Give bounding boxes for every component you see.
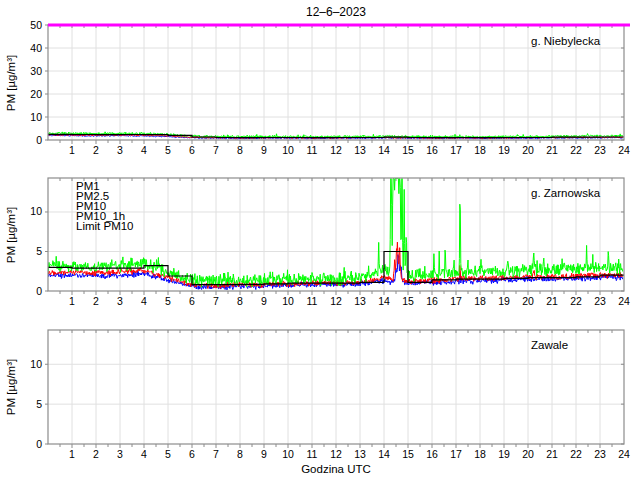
x-tick-label: 17 <box>450 295 462 307</box>
x-tick-label: 16 <box>426 144 438 156</box>
x-tick-label: 7 <box>213 448 219 460</box>
x-tick-label: 15 <box>402 144 414 156</box>
x-tick-labels: 123456789101112131415161718192021222324 <box>69 295 630 307</box>
x-tick-label: 11 <box>307 295 318 307</box>
x-tick-label: 3 <box>117 144 123 156</box>
x-tick-label: 18 <box>474 144 486 156</box>
y-tick-label: 10 <box>30 205 42 217</box>
x-tick-label: 4 <box>141 295 147 307</box>
y-axis-label-top: PM [µg/m³] <box>5 55 17 111</box>
y-tick-label: 0 <box>36 134 42 146</box>
x-tick-label: 14 <box>378 448 390 460</box>
station-label-niebylecka: g. Niebylecka <box>531 35 601 47</box>
x-tick-label: 10 <box>282 144 294 156</box>
x-tick-label: 5 <box>165 295 171 307</box>
x-tick-label: 3 <box>117 295 123 307</box>
y-tick-label: 10 <box>30 358 42 370</box>
x-tick-label: 3 <box>117 448 123 460</box>
x-tick-label: 2 <box>93 144 99 156</box>
figure-pm-timeseries: 12–6–2023 123456789101112131415161718192… <box>0 0 640 480</box>
x-tick-label: 20 <box>522 144 534 156</box>
x-tick-label: 8 <box>237 144 243 156</box>
legend-item-limit-pm10: Limit PM10 <box>76 220 134 232</box>
y-tick-label: 30 <box>30 65 42 77</box>
x-tick-label: 7 <box>213 295 219 307</box>
x-tick-label: 5 <box>165 448 171 460</box>
y-axis-label-middle: PM [µg/m³] <box>5 207 17 263</box>
x-tick-label: 20 <box>522 295 534 307</box>
x-tick-label: 10 <box>282 295 294 307</box>
x-tick-label: 14 <box>378 295 390 307</box>
x-tick-label: 22 <box>570 144 582 156</box>
x-tick-label: 11 <box>307 448 318 460</box>
x-tick-label: 19 <box>498 295 510 307</box>
x-tick-label: 1 <box>69 448 75 460</box>
x-tick-label: 9 <box>261 295 267 307</box>
x-tick-label: 11 <box>307 144 318 156</box>
chart-svg: 12–6–2023 123456789101112131415161718192… <box>0 0 640 480</box>
x-tick-label: 8 <box>237 295 243 307</box>
x-tick-label: 19 <box>498 144 510 156</box>
x-tick-label: 20 <box>522 448 534 460</box>
x-tick-label: 8 <box>237 448 243 460</box>
x-tick-label: 12 <box>330 448 342 460</box>
x-tick-label: 21 <box>546 448 558 460</box>
x-tick-label: 18 <box>474 295 486 307</box>
y-tick-label: 0 <box>36 285 42 297</box>
x-tick-label: 16 <box>426 448 438 460</box>
x-tick-label: 19 <box>498 448 510 460</box>
y-tick-label: 10 <box>30 111 42 123</box>
x-tick-label: 5 <box>165 144 171 156</box>
x-tick-label: 6 <box>189 448 195 460</box>
x-tick-label: 2 <box>93 295 99 307</box>
x-tick-label: 6 <box>189 295 195 307</box>
x-tick-label: 7 <box>213 144 219 156</box>
x-tick-label: 13 <box>354 144 366 156</box>
y-tick-label: 40 <box>30 42 42 54</box>
x-tick-label: 13 <box>354 448 366 460</box>
x-tick-label: 23 <box>594 295 606 307</box>
x-tick-label: 17 <box>450 144 462 156</box>
x-tick-label: 4 <box>141 144 147 156</box>
x-tick-label: 24 <box>618 448 630 460</box>
x-tick-labels: 123456789101112131415161718192021222324 <box>69 448 630 460</box>
x-axis-label: Godzina UTC <box>301 463 371 475</box>
station-label-zarnowska: g. Zarnowska <box>531 187 601 199</box>
x-tick-label: 6 <box>189 144 195 156</box>
chart-title: 12–6–2023 <box>306 5 366 19</box>
x-tick-label: 24 <box>618 295 630 307</box>
y-tick-label: 20 <box>30 88 42 100</box>
y-axis-label-bottom: PM [µg/m³] <box>5 359 17 415</box>
x-tick-label: 2 <box>93 448 99 460</box>
x-tick-label: 15 <box>402 448 414 460</box>
y-tick-labels: 01020304050 <box>30 19 42 146</box>
x-tick-label: 12 <box>330 295 342 307</box>
x-tick-label: 18 <box>474 448 486 460</box>
x-tick-label: 15 <box>402 295 414 307</box>
x-tick-labels: 123456789101112131415161718192021222324 <box>69 144 630 156</box>
x-tick-label: 21 <box>546 144 558 156</box>
y-tick-label: 5 <box>36 398 42 410</box>
y-tick-label: 50 <box>30 19 42 31</box>
x-tick-label: 12 <box>330 144 342 156</box>
x-tick-label: 10 <box>282 448 294 460</box>
x-tick-label: 21 <box>546 295 558 307</box>
x-tick-label: 13 <box>354 295 366 307</box>
x-tick-label: 24 <box>618 144 630 156</box>
y-tick-label: 0 <box>36 438 42 450</box>
y-tick-labels: 0510 <box>30 205 42 296</box>
y-tick-labels: 0510 <box>30 358 42 450</box>
x-tick-label: 16 <box>426 295 438 307</box>
x-tick-label: 22 <box>570 295 582 307</box>
x-tick-label: 1 <box>69 144 75 156</box>
x-tick-label: 14 <box>378 144 390 156</box>
x-tick-label: 23 <box>594 144 606 156</box>
x-tick-label: 9 <box>261 144 267 156</box>
x-tick-label: 17 <box>450 448 462 460</box>
x-tick-label: 22 <box>570 448 582 460</box>
y-tick-label: 5 <box>36 245 42 257</box>
x-tick-label: 4 <box>141 448 147 460</box>
x-tick-label: 23 <box>594 448 606 460</box>
x-tick-label: 1 <box>69 295 75 307</box>
x-tick-label: 9 <box>261 448 267 460</box>
